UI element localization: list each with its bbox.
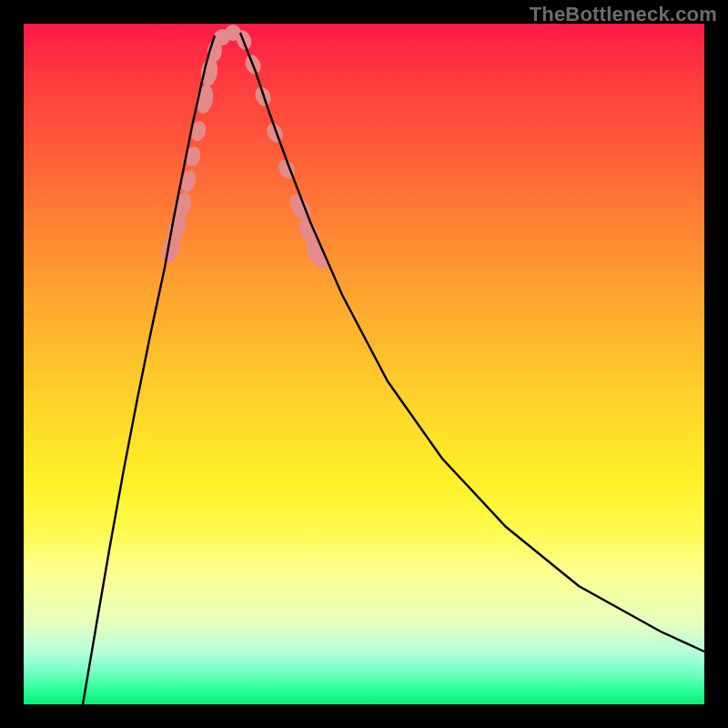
marker-group [158, 25, 332, 272]
marker-dot [264, 121, 286, 146]
plot-area [24, 24, 704, 704]
chart-frame: TheBottleneck.com [0, 0, 728, 728]
curve-layer [24, 24, 704, 704]
right-curve [240, 33, 704, 652]
